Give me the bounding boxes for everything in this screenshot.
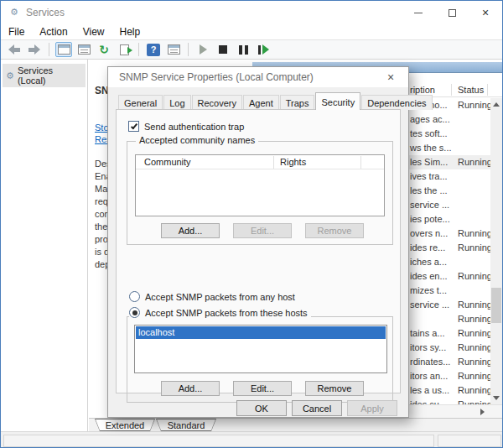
forward-icon xyxy=(29,44,40,55)
ok-button[interactable]: OK xyxy=(236,400,287,416)
description-line: depend on it will fail to start. xyxy=(95,259,108,269)
tree-item-services-local[interactable]: ⚙ Services (Local) xyxy=(3,64,86,87)
show-console-tree-button[interactable] xyxy=(55,42,72,57)
export-list-icon xyxy=(120,44,129,55)
tab-standard[interactable]: Standard xyxy=(156,419,216,431)
send-auth-trap-row[interactable]: Send authentication trap xyxy=(128,121,244,132)
description-line: Management Protocol (SNMP) xyxy=(95,184,108,194)
description-line: computer. If this service is stopped, xyxy=(95,209,108,219)
tab-dependencies[interactable]: Dependencies xyxy=(361,95,432,110)
toolbar-separator xyxy=(138,43,139,56)
community-list[interactable]: Community Rights xyxy=(135,154,385,216)
minimize-button[interactable] xyxy=(402,1,435,24)
hosts-remove-button[interactable]: Remove xyxy=(305,381,364,396)
security-tab-panel: Send authentication trap Accepted commun… xyxy=(116,109,401,393)
stop-service-button[interactable] xyxy=(215,42,231,57)
show-action-pane-button[interactable] xyxy=(165,42,182,57)
dialog-close-button[interactable]: × xyxy=(380,67,402,87)
status-bar xyxy=(1,431,503,448)
close-icon: × xyxy=(482,6,489,19)
menu-view[interactable]: View xyxy=(75,24,112,39)
community-remove-button: Remove xyxy=(305,223,364,238)
toolbar-separator xyxy=(49,43,49,56)
scroll-down-icon[interactable] xyxy=(490,392,502,404)
close-button[interactable]: × xyxy=(469,1,502,24)
start-service-button[interactable] xyxy=(194,42,211,57)
description-line: the computer will be unable to xyxy=(95,221,108,232)
help-button[interactable]: ? xyxy=(145,42,162,57)
minimize-icon xyxy=(414,13,423,13)
tab-log-on[interactable]: Log On xyxy=(163,95,190,110)
dialog-title-bar: SNMP Service Properties (Local Computer)… xyxy=(108,67,408,87)
forward-button[interactable] xyxy=(26,42,43,57)
scrollbar-thumb[interactable] xyxy=(491,288,501,323)
console-tree-panel: ⚙ Services (Local) xyxy=(1,60,88,431)
properties-icon xyxy=(78,44,91,55)
refresh-button[interactable]: ↻ xyxy=(96,42,112,57)
stop-service-link[interactable]: Stop the service xyxy=(95,122,108,133)
restart-service-link[interactable]: Restart the service xyxy=(95,134,108,144)
help-icon: ? xyxy=(147,44,160,56)
send-auth-trap-label: Send authentication trap xyxy=(144,122,244,132)
column-header-community[interactable]: Community xyxy=(144,157,191,167)
stop-service-icon xyxy=(219,45,227,54)
vertical-scrollbar[interactable] xyxy=(490,98,502,404)
tab-agent[interactable]: Agent xyxy=(243,95,279,110)
radio-selected-icon[interactable] xyxy=(129,307,140,318)
community-names-group: Accepted community names Community Right… xyxy=(127,141,393,245)
maximize-icon xyxy=(449,9,456,17)
hosts-group: localhost Add... Edit... Remove xyxy=(127,316,393,403)
menu-help[interactable]: Help xyxy=(112,24,148,39)
column-header-status[interactable]: Status xyxy=(458,85,484,95)
host-item-localhost[interactable]: localhost xyxy=(136,326,386,339)
description-line: is disabled, any services that xyxy=(95,247,108,257)
cancel-button[interactable]: Cancel xyxy=(292,400,342,416)
tab-extended[interactable]: Extended xyxy=(95,419,155,431)
close-icon: × xyxy=(387,70,394,84)
tab-general[interactable]: General xyxy=(118,95,163,110)
apply-button: Apply xyxy=(347,400,397,416)
show-console-tree-icon xyxy=(58,44,70,55)
window-title: Services xyxy=(26,7,65,18)
maximize-button[interactable] xyxy=(435,1,469,24)
dialog-title: SNMP Service Properties (Local Computer) xyxy=(119,71,314,83)
community-edit-button: Edit... xyxy=(233,223,292,238)
pause-service-button[interactable] xyxy=(235,42,252,57)
radio-these-hosts-label: Accept SNMP packets from these hosts xyxy=(145,308,308,318)
tab-security[interactable]: Security xyxy=(315,92,360,110)
tab-traps[interactable]: Traps xyxy=(280,95,315,110)
radio-these-hosts[interactable]: Accept SNMP packets from these hosts xyxy=(129,307,311,318)
community-list-header: Community Rights xyxy=(136,155,384,169)
start-service-icon xyxy=(200,44,207,55)
menu-file[interactable]: File xyxy=(1,24,32,39)
radio-any-host-label: Accept SNMP packets from any host xyxy=(145,292,295,302)
description-line: Description: xyxy=(95,159,108,169)
community-add-button[interactable]: Add... xyxy=(161,223,220,238)
toolbar: ↻ ? xyxy=(1,39,502,60)
tab-recovery[interactable]: Recovery xyxy=(192,95,242,110)
scroll-up-icon[interactable] xyxy=(490,98,502,111)
dialog-tab-bar: General Log On Recovery Agent Traps Secu… xyxy=(118,93,433,110)
hosts-edit-button[interactable]: Edit... xyxy=(233,381,292,396)
radio-unselected-icon[interactable] xyxy=(129,291,140,302)
menu-bar: File Action View Help xyxy=(1,24,502,39)
restart-service-icon xyxy=(258,44,269,55)
checkbox-checked-icon[interactable] xyxy=(128,121,139,132)
extended-service-name: SNMP Service xyxy=(95,85,108,96)
properties-button[interactable] xyxy=(75,42,92,57)
back-button[interactable] xyxy=(6,42,23,57)
export-list-button[interactable] xyxy=(116,42,132,57)
radio-any-host[interactable]: Accept SNMP packets from any host xyxy=(129,291,298,302)
menu-action[interactable]: Action xyxy=(32,24,75,39)
community-names-label: Accepted community names xyxy=(136,135,258,145)
back-icon xyxy=(8,44,20,55)
view-tab-strip: Extended Standard xyxy=(89,419,502,432)
hosts-add-button[interactable]: Add... xyxy=(161,381,220,396)
hosts-list[interactable]: localhost xyxy=(134,325,387,373)
services-app-icon: ⚙ xyxy=(8,6,21,19)
scroll-right-icon[interactable] xyxy=(476,405,489,418)
description-line: Enables Simple Network xyxy=(95,171,108,181)
restart-service-button[interactable] xyxy=(255,42,272,57)
description-line: requests to be processed by this xyxy=(95,196,108,206)
column-header-rights[interactable]: Rights xyxy=(280,157,306,167)
